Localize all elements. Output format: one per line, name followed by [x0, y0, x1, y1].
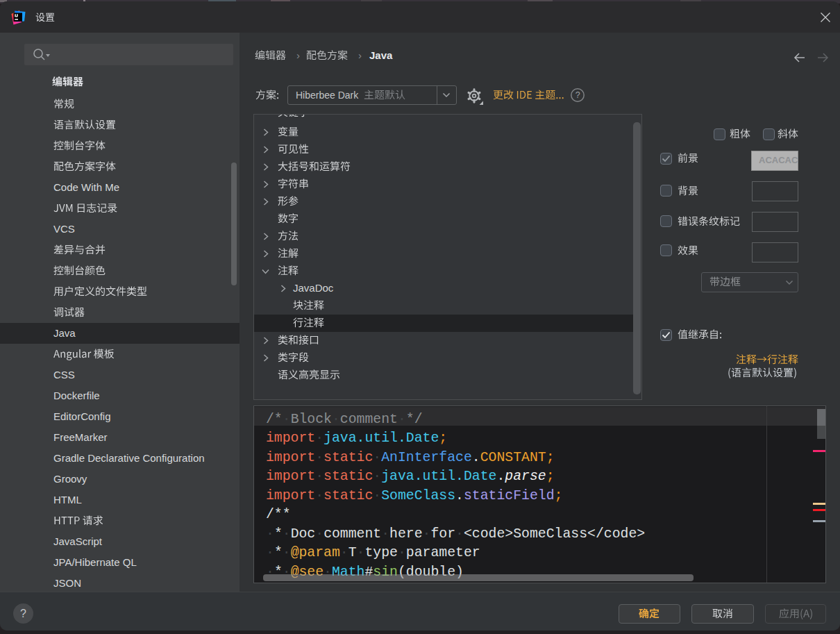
svg-text:?: ? [576, 90, 580, 100]
